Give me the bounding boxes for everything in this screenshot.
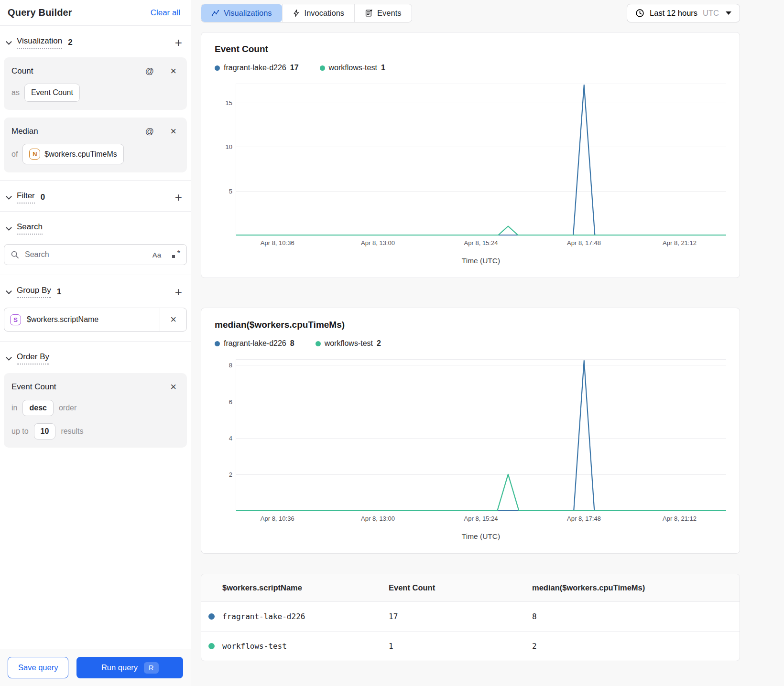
search-box: Aa * xyxy=(4,244,187,265)
app-window: Query Builder Clear all Visualization 2 … xyxy=(0,0,784,686)
legend-item[interactable]: workflows-test2 xyxy=(316,339,381,348)
table-cell-script-name: workflows-test xyxy=(222,642,389,651)
remove-group-by-icon[interactable]: × xyxy=(167,314,179,325)
add-group-by-button[interactable]: + xyxy=(172,286,185,298)
run-query-button[interactable]: Run query R xyxy=(76,657,183,678)
alias-at-icon[interactable]: @ xyxy=(142,126,157,137)
legend-dot xyxy=(316,341,321,346)
tab-events[interactable]: Events xyxy=(354,4,411,22)
group-by-field-name: $workers.scriptName xyxy=(27,315,160,324)
remove-count-icon[interactable]: × xyxy=(167,65,179,77)
group-by-section-label[interactable]: Group By xyxy=(17,286,51,298)
add-visualization-button[interactable]: + xyxy=(172,36,185,49)
filter-section-label[interactable]: Filter xyxy=(17,191,35,204)
group-by-section-header: Group By 1 + xyxy=(4,275,187,304)
chevron-down-icon[interactable] xyxy=(6,354,12,361)
remove-order-by-icon[interactable]: × xyxy=(167,381,179,393)
sort-direction-selector[interactable]: desc xyxy=(22,400,53,416)
count-alias-field[interactable]: Event Count xyxy=(24,84,80,102)
time-zone-label: UTC xyxy=(703,9,719,18)
order-by-section-header: Order By xyxy=(4,342,187,370)
y-axis-tick-label: 8 xyxy=(218,362,232,369)
clear-all-link[interactable]: Clear all xyxy=(148,8,183,18)
x-axis-tick-label: Apr 8, 10:36 xyxy=(261,515,294,522)
y-axis-tick-label: 4 xyxy=(218,434,232,441)
time-range-label: Last 12 hours xyxy=(650,9,697,18)
legend-series-value: 1 xyxy=(381,64,385,72)
remove-median-icon[interactable]: × xyxy=(167,126,179,137)
search-icon xyxy=(11,250,19,259)
x-axis-ticks: Apr 8, 10:36Apr 8, 13:00Apr 8, 15:24Apr … xyxy=(236,515,726,525)
sidebar-body: Visualization 2 + Count @ × as Event Cou… xyxy=(0,26,191,649)
view-tabs: Visualizations Invocations xyxy=(201,4,412,22)
case-sensitivity-icon[interactable]: Aa xyxy=(150,250,164,259)
filter-section-header: Filter 0 + xyxy=(4,181,187,209)
legend-item[interactable]: workflows-test1 xyxy=(320,64,385,72)
legend-series-value: 8 xyxy=(290,339,294,348)
table-header-cell: median($workers.cpuTimeMs) xyxy=(532,583,740,592)
search-input[interactable] xyxy=(24,250,145,259)
x-axis-tick-label: Apr 8, 10:36 xyxy=(261,239,294,247)
chart-plot-area: 51015 xyxy=(236,84,726,236)
main-content: Visualizations Invocations xyxy=(191,0,784,686)
results-label: results xyxy=(61,427,83,436)
x-axis-title: Time (UTC) xyxy=(236,532,726,541)
legend-series-name: fragrant-lake-d226 xyxy=(224,339,286,348)
legend-series-value: 17 xyxy=(290,64,299,72)
main-toolbar: Visualizations Invocations xyxy=(201,4,740,22)
sidebar-footer: Save query Run query R xyxy=(0,649,191,686)
result-limit-input[interactable]: 10 xyxy=(34,423,56,439)
of-label: of xyxy=(11,150,18,159)
table-cell-value: 2 xyxy=(532,642,740,651)
chevron-down-icon[interactable] xyxy=(6,288,12,294)
median-field-selector[interactable]: N $workers.cpuTimeMs xyxy=(22,144,123,164)
series-color-dot xyxy=(208,643,215,649)
count-card-title: Count xyxy=(11,66,33,76)
add-filter-button[interactable]: + xyxy=(172,191,185,204)
chart-title: median($workers.cpuTimeMs) xyxy=(215,320,726,330)
alias-at-icon[interactable]: @ xyxy=(142,66,157,77)
run-query-label: Run query xyxy=(101,663,138,672)
x-axis-ticks: Apr 8, 10:36Apr 8, 13:00Apr 8, 15:24Apr … xyxy=(236,239,726,249)
legend-series-name: workflows-test xyxy=(325,339,373,348)
number-type-icon: N xyxy=(29,149,40,160)
group-by-item[interactable]: S $workers.scriptName × xyxy=(4,308,187,332)
chevron-down-icon[interactable] xyxy=(6,39,12,45)
series-line-workflows-test xyxy=(236,474,726,511)
order-by-section-label[interactable]: Order By xyxy=(17,352,49,364)
save-query-button[interactable]: Save query xyxy=(8,657,68,678)
visualization-count: 2 xyxy=(68,38,72,47)
tab-invocations[interactable]: Invocations xyxy=(282,4,354,22)
table-cell-value: 1 xyxy=(389,642,532,651)
table-header-row: $workers.scriptNameEvent Countmedian($wo… xyxy=(201,574,740,601)
x-axis-tick-label: Apr 8, 13:00 xyxy=(361,515,395,522)
lightning-icon xyxy=(293,9,300,17)
visualization-section-label[interactable]: Visualization xyxy=(17,36,62,49)
chevron-down-icon[interactable] xyxy=(6,193,12,200)
x-axis-tick-label: Apr 8, 21:12 xyxy=(663,515,697,522)
chart-plot-area: 2468 xyxy=(236,359,726,511)
table-row: fragrant-lake-d226178 xyxy=(201,601,740,631)
legend-item[interactable]: fragrant-lake-d22617 xyxy=(215,64,299,72)
median-aggregation-card: Median @ × of N $workers.cpuTimeMs xyxy=(4,118,187,172)
chart-lines xyxy=(236,360,726,511)
filter-count: 0 xyxy=(41,193,45,202)
group-by-count: 1 xyxy=(57,287,61,297)
visualization-section-header: Visualization 2 + xyxy=(4,26,187,54)
x-axis-tick-label: Apr 8, 15:24 xyxy=(464,515,498,522)
table-header-cell: $workers.scriptName xyxy=(222,583,389,592)
tab-visualizations[interactable]: Visualizations xyxy=(201,4,282,22)
sidebar-title: Query Builder xyxy=(8,7,72,18)
regex-icon[interactable]: * xyxy=(172,251,180,259)
chevron-down-icon[interactable] xyxy=(6,225,12,231)
search-section-label[interactable]: Search xyxy=(17,222,43,235)
legend-item[interactable]: fragrant-lake-d2268 xyxy=(215,339,294,348)
legend-dot xyxy=(215,341,220,346)
event-count-chart-card: Event Count fragrant-lake-d22617workflow… xyxy=(201,32,740,278)
table-cell-script-name: fragrant-lake-d226 xyxy=(222,612,389,621)
legend-dot xyxy=(320,65,325,71)
time-range-selector[interactable]: Last 12 hours UTC xyxy=(627,4,740,22)
caret-down-icon xyxy=(726,11,731,15)
y-axis-tick-label: 10 xyxy=(218,143,232,150)
table-header-cell: Event Count xyxy=(389,583,532,592)
